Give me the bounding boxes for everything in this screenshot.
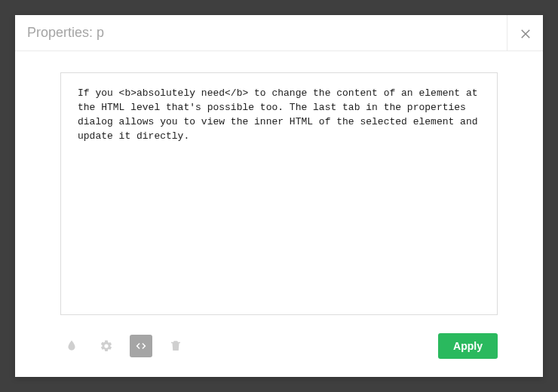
tab-delete[interactable] [164, 335, 187, 357]
dialog-body [15, 51, 543, 323]
tab-settings[interactable] [95, 335, 118, 357]
tab-style[interactable] [60, 335, 83, 357]
close-button[interactable] [507, 15, 543, 51]
html-source-editor[interactable] [60, 72, 498, 315]
code-icon [134, 339, 148, 353]
tab-code[interactable] [130, 335, 152, 357]
apply-button[interactable]: Apply [438, 333, 498, 359]
properties-dialog: Properties: p [15, 15, 543, 377]
dialog-header: Properties: p [15, 15, 543, 51]
dialog-title: Properties: p [15, 25, 104, 41]
close-icon [519, 26, 532, 40]
tab-bar [60, 335, 187, 357]
dialog-footer: Apply [15, 323, 543, 377]
trash-icon [169, 339, 182, 353]
droplet-icon [65, 339, 78, 353]
gear-icon [100, 339, 113, 353]
